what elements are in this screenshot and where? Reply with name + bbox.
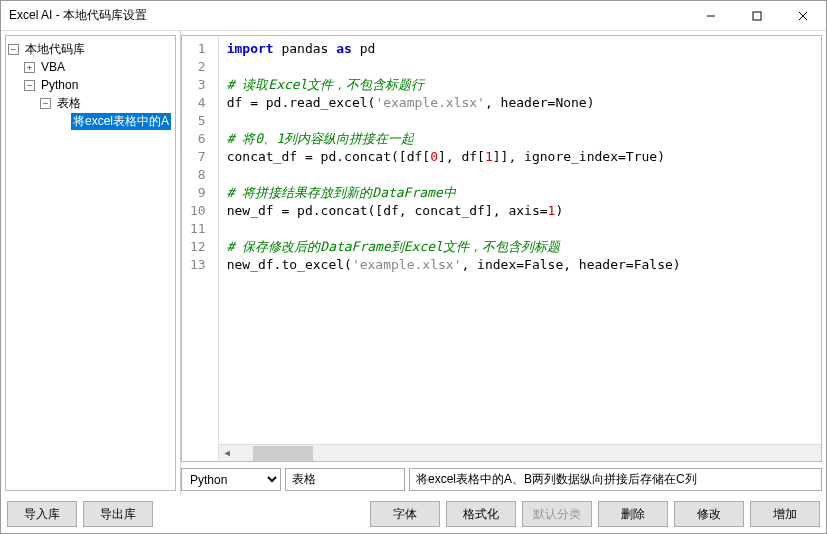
line-gutter: 12345678910111213 [182,36,219,461]
window-title: Excel AI - 本地代码库设置 [9,7,688,24]
tree-item[interactable]: +VBA [8,58,173,76]
code-line: new_df.to_excel('example.xlsx', index=Fa… [227,256,813,274]
tree-leaf-icon [56,116,67,127]
category-input[interactable] [285,468,405,491]
language-select[interactable]: Python [181,468,281,491]
minimize-button[interactable] [688,1,734,30]
code-line: # 保存修改后的DataFrame到Excel文件，不包含列标题 [227,238,813,256]
sidebar: − 本地代码库 +VBA−Python−表格将excel表格中的A [1,31,181,495]
code-content[interactable]: import pandas as pd# 读取Excel文件，不包含标题行df … [219,36,821,444]
editor-area: 12345678910111213 import pandas as pd# 读… [181,31,826,495]
code-line [227,166,813,184]
scroll-left-icon[interactable]: ◄ [219,445,236,462]
scroll-thumb[interactable] [253,446,313,461]
horizontal-scrollbar[interactable]: ◄ [219,444,821,461]
tree-label: 将excel表格中的A [71,113,171,130]
collapse-icon[interactable]: − [24,80,35,91]
code-line [227,220,813,238]
code-line: new_df = pd.concat([df, concat_df], axis… [227,202,813,220]
code-line [227,58,813,76]
collapse-icon[interactable]: − [8,44,19,55]
close-button[interactable] [780,1,826,30]
metadata-row: Python [181,468,822,491]
code-line: # 将拼接结果存放到新的DataFrame中 [227,184,813,202]
expand-icon[interactable]: + [24,62,35,73]
import-button[interactable]: 导入库 [7,501,77,527]
code-line: df = pd.read_excel('example.xlsx', heade… [227,94,813,112]
font-button[interactable]: 字体 [370,501,440,527]
bottom-toolbar: 导入库 导出库 字体 格式化 默认分类 删除 修改 增加 [1,495,826,533]
export-button[interactable]: 导出库 [83,501,153,527]
code-line: # 将0、1列内容纵向拼接在一起 [227,130,813,148]
code-line: # 读取Excel文件，不包含标题行 [227,76,813,94]
collapse-icon[interactable]: − [40,98,51,109]
code-line: import pandas as pd [227,40,813,58]
code-line [227,112,813,130]
tree-label: Python [39,78,80,92]
default-category-button: 默认分类 [522,501,592,527]
svg-rect-1 [753,12,761,20]
tree-item[interactable]: −Python [8,76,173,94]
tree-view[interactable]: − 本地代码库 +VBA−Python−表格将excel表格中的A [5,35,176,491]
window-controls [688,1,826,30]
titlebar: Excel AI - 本地代码库设置 [1,1,826,31]
tree-label: 本地代码库 [23,41,87,58]
tree-item[interactable]: 将excel表格中的A [8,112,173,130]
app-window: Excel AI - 本地代码库设置 − 本地代码库 +VBA−Python−表… [0,0,827,534]
description-input[interactable] [409,468,822,491]
format-button[interactable]: 格式化 [446,501,516,527]
modify-button[interactable]: 修改 [674,501,744,527]
code-line: concat_df = pd.concat([df[0], df[1]], ig… [227,148,813,166]
tree-root[interactable]: − 本地代码库 [8,40,173,58]
tree-label: VBA [39,60,67,74]
tree-label: 表格 [55,95,83,112]
code-editor[interactable]: 12345678910111213 import pandas as pd# 读… [181,35,822,462]
maximize-button[interactable] [734,1,780,30]
delete-button[interactable]: 删除 [598,501,668,527]
tree-item[interactable]: −表格 [8,94,173,112]
content: − 本地代码库 +VBA−Python−表格将excel表格中的A 123456… [1,31,826,495]
add-button[interactable]: 增加 [750,501,820,527]
